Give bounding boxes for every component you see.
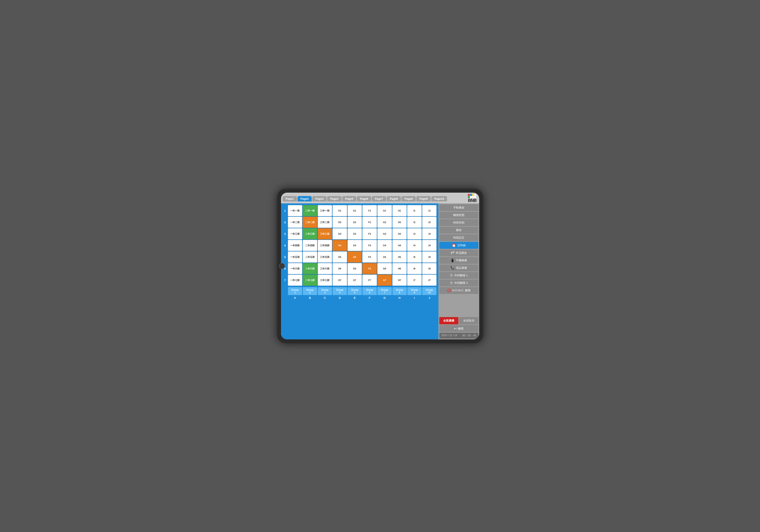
cell-2-g[interactable]: G2 <box>377 217 392 228</box>
cell-3-j[interactable]: J3 <box>422 228 437 239</box>
home-button[interactable] <box>279 263 285 269</box>
menu-schedule-settings[interactable]: 時程設定 <box>439 234 478 241</box>
cell-2-j[interactable]: J2 <box>422 217 437 228</box>
group-6[interactable]: Group6 <box>362 287 377 295</box>
cell-7-e[interactable]: E7 <box>348 274 362 286</box>
cell-6-g[interactable]: G6 <box>377 263 392 274</box>
menu-ext-trigger2[interactable]: ⏱ 外部觸發 2 <box>439 279 478 286</box>
cell-1-a[interactable]: 一年一班 <box>288 205 303 216</box>
cell-5-h[interactable]: H5 <box>392 251 407 263</box>
cell-2-c[interactable]: 三年二班 <box>318 217 332 228</box>
cell-4-d[interactable]: D4 <box>332 240 347 251</box>
tab-page4[interactable]: Page4 <box>327 196 341 201</box>
cell-2-e[interactable]: E2 <box>348 217 362 228</box>
cell-5-f[interactable]: F5 <box>362 251 377 263</box>
cell-6-h[interactable]: H6 <box>392 263 407 274</box>
cell-3-c[interactable]: 三年三班 <box>318 228 332 239</box>
menu-chart[interactable]: 圖表 <box>439 227 478 234</box>
cell-3-g[interactable]: G3 <box>377 228 392 239</box>
tab-page5[interactable]: Page5 <box>342 196 356 201</box>
cell-4-g[interactable]: G4 <box>377 240 392 251</box>
cell-3-h[interactable]: H3 <box>392 228 407 239</box>
cell-5-d[interactable]: D5 <box>332 251 347 263</box>
menu-trigger-status[interactable]: 觸發狀態 <box>439 212 478 218</box>
broadcast-all-button[interactable]: 全區廣播 <box>439 317 459 324</box>
cell-4-a[interactable]: 一年四班 <box>288 240 303 251</box>
cell-7-h[interactable]: H7 <box>392 274 407 286</box>
cell-4-b[interactable]: 二年四班 <box>303 240 317 251</box>
tab-page1[interactable]: Page1 <box>283 196 297 201</box>
menu-manual-play[interactable]: 手動播放 <box>439 204 478 211</box>
cell-5-a[interactable]: 一年五班 <box>288 251 303 263</box>
cell-1-g[interactable]: G1 <box>377 205 392 216</box>
tab-page6[interactable]: Page6 <box>357 196 371 201</box>
cell-6-a[interactable]: 一年六班 <box>288 263 303 274</box>
cell-7-i[interactable]: I7 <box>407 274 422 286</box>
menu-mobile[interactable]: 📱 手機廣播 <box>439 257 478 264</box>
tab-page2[interactable]: Page2 <box>298 196 312 201</box>
cell-6-f[interactable]: F6 <box>362 263 377 274</box>
cell-7-d[interactable]: D7 <box>332 274 347 286</box>
tab-page8b[interactable]: Page8 <box>402 196 416 201</box>
cell-5-c[interactable]: 三年五班 <box>318 251 332 263</box>
cell-5-j[interactable]: J5 <box>422 251 437 263</box>
cell-5-g[interactable]: G5 <box>377 251 392 263</box>
cell-7-c[interactable]: 三年七班 <box>318 274 332 286</box>
cell-3-e[interactable]: E3 <box>348 228 362 239</box>
cell-5-b[interactable]: 二年五班 <box>303 251 317 263</box>
menu-nc-trigger[interactable]: ⭕ N.O./N.C. 觸發 <box>439 287 478 294</box>
cell-6-i[interactable]: I6 <box>407 263 422 274</box>
cancel-all-button[interactable]: 全區取消 <box>459 317 478 324</box>
cell-1-e[interactable]: E1 <box>348 205 362 216</box>
cell-7-f[interactable]: F7 <box>362 274 377 286</box>
cell-6-e[interactable]: E6 <box>348 263 362 274</box>
cell-1-h[interactable]: H1 <box>392 205 407 216</box>
cell-6-d[interactable]: D6 <box>332 263 347 274</box>
group-10[interactable]: Group10 <box>422 287 437 295</box>
cell-1-f[interactable]: F1 <box>362 205 377 216</box>
cell-4-e[interactable]: E4 <box>348 240 362 251</box>
group-5[interactable]: Group5 <box>348 287 362 295</box>
cell-3-b[interactable]: 二年三班 <box>303 228 317 239</box>
tab-page3[interactable]: Page3 <box>312 196 326 201</box>
menu-stream[interactable]: T⚙ 串流播放 <box>439 250 478 256</box>
leave-button[interactable]: ↩ 離開 <box>439 325 478 332</box>
group-9[interactable]: Group9 <box>407 287 422 295</box>
cell-5-e[interactable]: E5 <box>348 251 362 263</box>
cell-2-i[interactable]: I2 <box>407 217 422 228</box>
group-8[interactable]: Group8 <box>392 287 407 295</box>
cell-1-d[interactable]: D1 <box>332 205 347 216</box>
group-4[interactable]: Group4 <box>332 287 347 295</box>
cell-3-a[interactable]: 一年三班 <box>288 228 303 239</box>
cell-1-i[interactable]: I1 <box>407 205 422 216</box>
cell-7-g[interactable]: G7 <box>377 274 392 286</box>
group-2[interactable]: Group2 <box>303 287 317 295</box>
cell-6-c[interactable]: 三年六班 <box>318 263 332 274</box>
cell-3-f[interactable]: F3 <box>362 228 377 239</box>
cell-6-j[interactable]: J6 <box>422 263 437 274</box>
menu-ext-trigger1[interactable]: ⏱ 外部觸發 1 <box>439 272 478 279</box>
tab-page9[interactable]: Page9 <box>416 196 431 201</box>
cell-6-b[interactable]: 二年六班 <box>303 263 317 274</box>
cell-7-b[interactable]: 二年七班 <box>303 274 317 286</box>
menu-timer[interactable]: ⏰ 定時鐘 <box>439 242 478 249</box>
group-1[interactable]: Group1 <box>288 287 303 295</box>
cell-4-f[interactable]: F4 <box>362 240 377 251</box>
cell-1-j[interactable]: J1 <box>422 205 437 216</box>
menu-schedule-control[interactable]: 時程控制 <box>439 219 478 226</box>
cell-2-d[interactable]: D2 <box>332 217 347 228</box>
cell-2-h[interactable]: H2 <box>392 217 407 228</box>
cell-4-i[interactable]: I4 <box>407 240 422 251</box>
cell-1-b[interactable]: 二年一班 <box>303 205 317 216</box>
cell-2-b[interactable]: 二年二班 <box>303 217 317 228</box>
tab-page7[interactable]: Page7 <box>372 196 386 201</box>
cell-4-j[interactable]: J4 <box>422 240 437 251</box>
cell-7-a[interactable]: 一年七班 <box>288 274 303 286</box>
cell-3-d[interactable]: D3 <box>332 228 347 239</box>
cell-4-c[interactable]: 三年四班 <box>318 240 332 251</box>
cell-4-h[interactable]: H4 <box>392 240 407 251</box>
cell-2-f[interactable]: F2 <box>362 217 377 228</box>
tab-page10[interactable]: Page10 <box>431 196 447 201</box>
cell-5-i[interactable]: I5 <box>407 251 422 263</box>
cell-3-i[interactable]: I3 <box>407 228 422 239</box>
